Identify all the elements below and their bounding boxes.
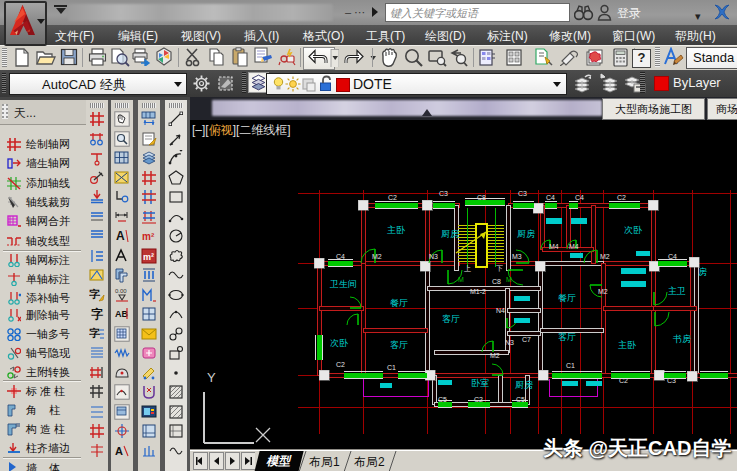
svg-text:字: 字 <box>89 327 100 339</box>
svg-text:客厅: 客厅 <box>390 340 408 350</box>
svg-text:C5: C5 <box>516 396 525 403</box>
svg-text:A: A <box>116 229 125 243</box>
svg-text:C1: C1 <box>566 362 575 369</box>
svg-text:M4: M4 <box>549 243 559 250</box>
svg-text:C3: C3 <box>667 377 676 384</box>
svg-text:C2: C2 <box>388 194 397 201</box>
svg-text:A: A <box>115 445 123 457</box>
svg-text:N4: N4 <box>496 307 505 314</box>
svg-text:M1-2: M1-2 <box>470 288 486 295</box>
svg-text:N3: N3 <box>429 253 438 260</box>
svg-text:m²: m² <box>143 252 154 262</box>
svg-text:卫生间: 卫生间 <box>329 279 357 289</box>
svg-text:M2: M2 <box>372 253 382 260</box>
svg-text:C3: C3 <box>439 190 448 197</box>
svg-text:次卧: 次卧 <box>624 225 643 235</box>
svg-text:厨房: 厨房 <box>517 229 535 239</box>
svg-text:m²: m² <box>142 231 155 242</box>
svg-text:房: 房 <box>698 267 707 277</box>
svg-text:字: 字 <box>89 288 100 300</box>
svg-text:厨房: 厨房 <box>441 229 459 239</box>
svg-text:餐厅: 餐厅 <box>390 298 408 308</box>
svg-text:主卧: 主卧 <box>618 340 637 350</box>
svg-text:M2: M2 <box>490 352 500 359</box>
svg-text:M: M <box>506 276 512 283</box>
svg-text:C4: C4 <box>546 194 555 201</box>
svg-text:上: 上 <box>464 265 471 272</box>
svg-text:M2: M2 <box>600 253 610 260</box>
svg-text:书房: 书房 <box>672 334 691 344</box>
svg-text:客厅: 客厅 <box>558 332 576 342</box>
svg-text:C3: C3 <box>518 190 527 197</box>
svg-text:主卧: 主卧 <box>387 225 406 235</box>
svg-text:C4: C4 <box>668 253 677 260</box>
svg-text:下: 下 <box>496 265 503 272</box>
svg-text:C7: C7 <box>522 336 531 343</box>
svg-text:C4: C4 <box>336 253 345 260</box>
svg-text:C1: C1 <box>387 364 396 371</box>
svg-text:C2: C2 <box>336 361 345 368</box>
svg-text:客厅: 客厅 <box>442 314 460 324</box>
svg-text:0.00: 0.00 <box>115 288 127 294</box>
svg-text:Y: Y <box>207 370 216 385</box>
svg-text:厨房: 厨房 <box>515 380 533 390</box>
svg-text:C4: C4 <box>575 194 584 201</box>
svg-text:餐厅: 餐厅 <box>558 293 576 303</box>
svg-text:C2: C2 <box>619 377 628 384</box>
svg-text:C8: C8 <box>477 194 486 201</box>
svg-text:M4: M4 <box>569 243 579 250</box>
svg-text:主卫: 主卫 <box>668 286 686 296</box>
svg-text:次卧: 次卧 <box>330 338 349 348</box>
svg-text:M: M <box>458 276 464 283</box>
svg-text:卧室: 卧室 <box>471 378 489 388</box>
svg-text:字: 字 <box>91 307 103 321</box>
svg-text:C8: C8 <box>492 278 501 285</box>
svg-text:C2: C2 <box>617 194 626 201</box>
svg-text:M2: M2 <box>598 288 608 295</box>
svg-text:N3: N3 <box>505 339 514 346</box>
svg-text:C2: C2 <box>474 396 483 403</box>
svg-text:C5: C5 <box>438 396 447 403</box>
svg-text:M3: M3 <box>512 253 522 260</box>
